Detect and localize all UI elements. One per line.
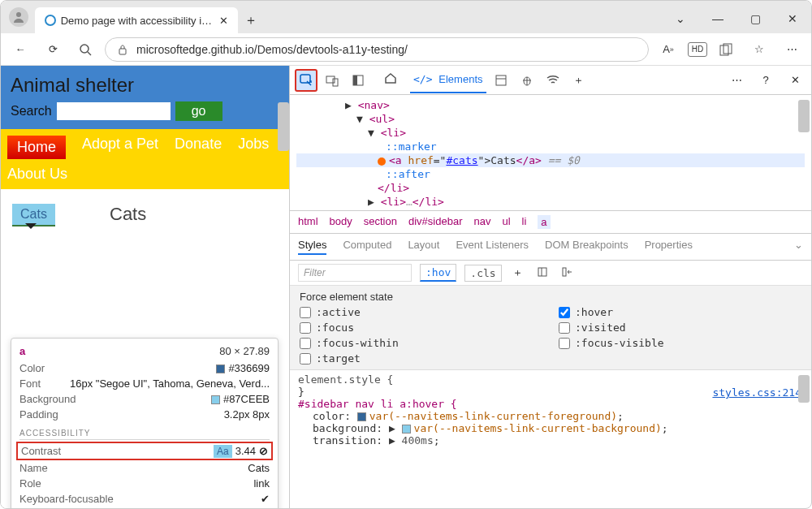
crumb-html[interactable]: html — [298, 215, 318, 229]
favorite-icon[interactable]: ☆ — [746, 37, 772, 63]
browser-tab-active[interactable]: Demo page with accessibility issu ✕ — [35, 7, 238, 33]
crumb-ul[interactable]: ul — [502, 215, 510, 229]
tooltip-tagname: a — [19, 345, 25, 357]
more-icon[interactable]: ⋯ — [779, 37, 805, 63]
state-target[interactable]: :target — [300, 352, 542, 364]
page-content: Animal shelter Search go Home Adopt a Pe… — [1, 66, 289, 508]
tab-dom-breakpoints[interactable]: DOM Breakpoints — [545, 239, 628, 255]
more-devtools-icon[interactable]: ⋯ — [725, 69, 748, 92]
tab-welcome[interactable] — [379, 67, 402, 89]
tab-elements[interactable]: </> Elements — [410, 67, 486, 93]
device-toggle-button[interactable] — [321, 69, 343, 92]
content-heading: Cats — [110, 204, 146, 225]
state-focus[interactable]: :focus — [300, 321, 542, 334]
crumb-sidebar[interactable]: div#sidebar — [408, 215, 463, 229]
grid-icon[interactable] — [559, 266, 575, 280]
devtools: </> Elements ＋ ⋯ ? ✕ ▶ <nav> ▼ <ul> ▼ <l… — [289, 66, 811, 508]
close-window-button[interactable]: ✕ — [774, 4, 811, 33]
read-aloud-icon[interactable]: A» — [655, 37, 681, 63]
state-focus-visible[interactable]: :focus-visible — [559, 337, 801, 349]
css-rules-panel[interactable]: element.style { } styles.css:214 #sideba… — [290, 369, 811, 450]
tt-color-val: #336699 — [228, 362, 270, 374]
page-scrollbar[interactable] — [278, 102, 289, 151]
inspect-tooltip: a 80 × 27.89 Color#336699 Font16px "Sego… — [11, 338, 279, 509]
tt-name-val: Cats — [248, 462, 270, 474]
tt-role-val: link — [253, 477, 270, 490]
close-tab-icon[interactable]: ✕ — [219, 15, 228, 27]
dom-tree[interactable]: ▶ <nav> ▼ <ul> ▼ <li> ::marker <a href="… — [290, 95, 811, 210]
inline-style-close: } — [298, 386, 304, 398]
nav-home[interactable]: Home — [7, 136, 66, 159]
tab-computed[interactable]: Computed — [343, 239, 391, 255]
go-button[interactable]: go — [175, 101, 222, 121]
close-devtools-button[interactable]: ✕ — [784, 69, 806, 92]
svg-rect-7 — [300, 75, 310, 83]
tt-name-label: Name — [19, 462, 48, 474]
app-icon[interactable] — [490, 69, 512, 92]
tt-contrast-label: Contrast — [21, 445, 61, 457]
state-hover[interactable]: :hover — [559, 306, 801, 318]
crumb-nav[interactable]: nav — [473, 215, 490, 229]
state-visited[interactable]: :visited — [559, 321, 801, 334]
tt-contrast-value: 3.44 — [235, 445, 256, 457]
crumb-li[interactable]: li — [522, 215, 527, 229]
inspect-element-button[interactable] — [295, 69, 317, 92]
cls-toggle[interactable]: .cls — [464, 265, 501, 282]
tab-layout[interactable]: Layout — [408, 239, 439, 255]
tab-styles[interactable]: Styles — [298, 239, 326, 255]
nav-about[interactable]: About Us — [7, 166, 67, 183]
breakpoint-dot-icon[interactable] — [378, 157, 386, 166]
collections-icon[interactable] — [714, 37, 740, 63]
css-source-link[interactable]: styles.css:214 — [712, 386, 801, 399]
tt-aa-badge: Aa — [214, 445, 232, 458]
help-icon[interactable]: ? — [754, 69, 777, 92]
hd-icon[interactable]: HD — [688, 42, 707, 57]
dom-scrollbar[interactable] — [798, 100, 810, 132]
search-icon[interactable] — [72, 37, 98, 63]
sidebar-item-cats[interactable]: Cats — [12, 204, 55, 226]
flex-icon[interactable] — [534, 266, 551, 280]
search-input[interactable] — [57, 102, 171, 120]
nav-adopt[interactable]: Adopt a Pet — [82, 136, 158, 159]
tab-title: Demo page with accessibility issu — [61, 15, 214, 27]
tab-event-listeners[interactable]: Event Listeners — [456, 239, 529, 255]
new-tab-button[interactable]: ＋ — [238, 7, 264, 33]
css-val-color: var(--navitems-link-current-foreground) — [369, 410, 617, 422]
state-active[interactable]: :active — [300, 306, 542, 318]
new-rule-icon[interactable]: ＋ — [510, 265, 526, 280]
back-button[interactable]: ← — [7, 37, 33, 63]
crumb-body[interactable]: body — [330, 215, 352, 229]
svg-point-1 — [45, 15, 55, 25]
force-state-heading: Force element state — [300, 291, 801, 303]
chevron-down-icon[interactable]: ⌄ — [662, 4, 699, 33]
css-prop-background: background — [313, 422, 376, 434]
devtools-toolbar: </> Elements ＋ ⋯ ? ✕ — [290, 66, 811, 95]
dom-breadcrumbs[interactable]: html body section div#sidebar nav ul li … — [290, 210, 811, 234]
wifi-icon[interactable] — [542, 69, 564, 92]
state-focus-within[interactable]: :focus-within — [300, 337, 542, 349]
url-field[interactable]: microsoftedge.github.io/Demos/devtools-a… — [105, 37, 649, 62]
profile-avatar[interactable] — [9, 7, 28, 27]
refresh-button[interactable]: ⟳ — [40, 37, 66, 63]
maximize-button[interactable]: ▢ — [736, 4, 774, 33]
styles-tabbar: Styles Computed Layout Event Listeners D… — [290, 234, 811, 261]
nav-jobs[interactable]: Jobs — [238, 136, 269, 159]
tt-focusable-label: Keyboard-focusable — [19, 493, 114, 505]
chevron-down-icon[interactable]: ⌄ — [794, 239, 803, 255]
bug-icon[interactable] — [516, 69, 538, 92]
tt-font-val: 16px "Segoe UI", Tahoma, Geneva, Verd... — [70, 377, 270, 390]
dom-selected-node[interactable]: <a href="#cats">Cats</a> == $0 — [296, 153, 805, 167]
page-title: Animal shelter — [11, 74, 279, 97]
css-val-transition: 400ms — [402, 434, 434, 446]
crumb-section[interactable]: section — [364, 215, 397, 229]
crumb-a[interactable]: a — [538, 215, 550, 229]
minimize-button[interactable]: — — [699, 4, 736, 33]
plus-icon[interactable]: ＋ — [568, 69, 590, 92]
filter-input[interactable]: Filter — [298, 264, 412, 282]
dock-icon[interactable] — [347, 69, 369, 92]
browser-titlebar: Demo page with accessibility issu ✕ ＋ ⌄ … — [1, 1, 811, 33]
nav-donate[interactable]: Donate — [175, 136, 222, 159]
hov-toggle[interactable]: :hov — [420, 264, 456, 282]
tab-properties[interactable]: Properties — [645, 239, 693, 255]
css-scrollbar[interactable] — [798, 375, 810, 403]
